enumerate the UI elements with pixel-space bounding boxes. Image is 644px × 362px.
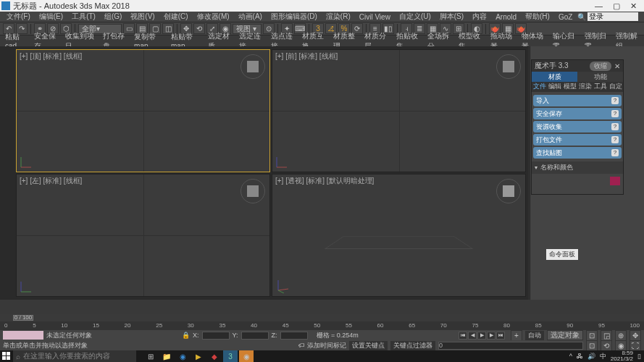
mh-tab-material[interactable]: 材质 [532,72,577,82]
viewport-nav4[interactable]: ⊡ [586,340,598,351]
start-button[interactable] [0,350,13,362]
mh-sub-edit[interactable]: 编辑 [547,82,562,92]
menu-file[interactable]: 文件(F) [3,12,34,22]
viewport-nav3[interactable]: ✥ [630,330,641,341]
add-time-tag[interactable]: 🏷 添加时间标记 [298,341,346,350]
viewport-perspective[interactable]: [+] [透视] [标准] [默认明暗处理] [272,174,526,297]
mh-section-name-color[interactable]: 名称和颜色 [532,161,623,174]
menu-tools[interactable]: 工具(T) [68,12,99,22]
taskbar-app-explorer[interactable]: 📁 [159,350,174,362]
current-frame-input[interactable] [438,342,583,350]
menu-arnold[interactable]: Arnold [492,13,520,21]
menu-edit[interactable]: 编辑(E) [35,12,67,22]
taskbar-clock[interactable]: 8:59 2021/3/2 [611,350,633,362]
time-slider-handle[interactable]: 0 / 100 [13,315,33,321]
tray-network-icon[interactable]: 🖧 [577,353,583,360]
menu-rendering[interactable]: 渲染(R) [322,12,354,22]
ribbon-force-zero[interactable]: 强制归零 [581,36,611,46]
maxscript-mini[interactable] [3,331,43,340]
mh-btn-import[interactable]: 导入? [533,95,622,106]
help-icon[interactable]: ? [611,136,619,143]
search-input[interactable] [587,12,638,21]
ribbon-vert-link[interactable]: 选点连接 [267,36,298,46]
ribbon-mat-sort[interactable]: 材质整理 [330,36,360,46]
ribbon-map-collect[interactable]: 拍贴收集 [393,36,423,46]
magic-hand-close[interactable]: ✕ [614,62,620,70]
maximize-button[interactable]: ▢ [613,1,620,11]
ribbon-paste-cad[interactable]: 粘贴cad [1,36,30,46]
ribbon-pack-save[interactable]: 打包存盘 [99,36,130,46]
ribbon-sel-link[interactable]: 选定连接 [235,36,266,46]
tray-speaker-icon[interactable]: 🔊 [587,353,595,360]
mh-tab-function[interactable]: 功能 [577,72,623,82]
viewport-nav1[interactable]: ◲ [601,330,612,341]
key-filter-button[interactable]: 关键点过滤器 [390,341,435,350]
coord-y-input[interactable] [241,332,269,340]
viewcube-left[interactable] [241,179,265,203]
help-icon[interactable]: ? [611,110,619,117]
set-key-button[interactable]: 设置关键点 [349,341,388,350]
ribbon-model-collect[interactable]: 模型收集 [455,36,485,46]
ribbon-scene-split[interactable]: 全场拆分 [424,36,454,46]
ribbon-paste-map[interactable]: 粘贴带map [167,36,204,46]
viewport-nav2[interactable]: ⊕ [615,330,627,341]
next-frame-button[interactable]: ▶ [487,332,495,340]
tray-up-icon[interactable]: ^ [569,353,572,360]
ribbon-copy-map[interactable]: 复制带map [130,36,167,46]
viewport-persp-label[interactable]: [+] [透视] [标准] [默认明暗处理] [275,176,374,186]
viewcube-top[interactable] [241,54,265,79]
ribbon-center-zero[interactable]: 输心归零 [549,36,580,46]
key-mode-button[interactable]: + [511,330,522,341]
tray-ime-icon[interactable]: 中 [600,352,606,361]
viewport-top[interactable]: [+] [顶] [标准] [线框] [16,49,270,172]
coord-z-input[interactable] [280,332,308,340]
taskbar-app-red[interactable]: ◆ [207,350,222,362]
viewport-front-label[interactable]: [+] [前] [标准] [线框] [275,51,338,62]
magic-hand-panel[interactable]: 魔术手 3.3 收缩 ✕ 材质 功能 文件 编辑 模型 渲染 工具 自定 导入?… [531,59,624,195]
minimize-button[interactable]: — [595,1,603,11]
mh-btn-safesave[interactable]: 安全保存? [533,108,622,119]
ribbon-safe-save[interactable]: 安全保存 [30,36,61,46]
taskbar-app-orange[interactable]: ◉ [239,350,254,362]
menu-goz[interactable]: GoZ [555,13,576,21]
taskbar-app-3dsmax[interactable]: 3 [223,350,238,362]
menu-group[interactable]: 组(G) [101,12,125,22]
time-ruler[interactable]: 0510152025303540455055606570758085909510… [0,321,644,330]
menu-content[interactable]: 内容 [469,12,490,22]
mh-btn-pack[interactable]: 打包文件? [533,134,622,146]
notification-button[interactable]: ▯ [637,353,641,360]
selection-set-dropdown[interactable]: 选定对象 [547,330,583,340]
viewport-front[interactable]: [+] [前] [标准] [线框] [272,49,526,172]
task-view-button[interactable]: ⊞ [143,350,158,362]
help-icon[interactable]: ? [611,97,619,104]
menu-grapheditors[interactable]: 图形编辑器(D) [267,12,321,22]
command-panel-label[interactable]: 命令面板 [546,249,578,260]
goto-start-button[interactable]: ⏮ [459,332,467,340]
ribbon-collect-project[interactable]: 收集到项目 [62,36,98,46]
menu-animation[interactable]: 动画(A) [235,12,266,22]
mh-btn-collect[interactable]: 资源收集? [533,121,622,132]
menu-view[interactable]: 视图(V) [127,12,158,22]
viewport-top-label[interactable]: [+] [顶] [标准] [线框] [20,51,82,62]
viewcube-front[interactable] [496,54,521,79]
menu-create[interactable]: 创建(C) [160,12,192,22]
taskbar-app-media[interactable]: ▶ [191,350,206,362]
magic-hand-collapse[interactable]: 收缩 [590,62,611,71]
auto-key-button[interactable]: 自动 [525,331,544,340]
ribbon-mat-layer[interactable]: 材质分层 [361,36,391,46]
menu-modifiers[interactable]: 修改器(M) [193,12,233,22]
taskbar-app-edge[interactable]: ◉ [175,350,190,362]
menu-civilview[interactable]: Civil View [356,13,394,21]
menu-maxscript[interactable]: 脚本(S) [436,12,467,22]
goto-end-button[interactable]: ⏭ [496,332,505,340]
viewport-left[interactable]: [+] [左] [标准] [线框] [16,174,270,297]
mh-color-swatch[interactable] [610,177,620,185]
time-slider[interactable]: 0 / 100 [0,314,644,321]
taskbar-search[interactable]: ⌕ 在这里输入你要搜索的内容 [13,350,136,362]
isolate-button[interactable]: ⊡ [586,330,598,341]
mh-sub-file[interactable]: 文件 [532,82,547,92]
ribbon-mat-swap[interactable]: 材质互换 [298,36,329,46]
mh-sub-custom[interactable]: 自定 [608,82,623,92]
mh-btn-findmap[interactable]: 查找贴图? [533,147,622,159]
mh-sub-model[interactable]: 模型 [562,82,577,92]
